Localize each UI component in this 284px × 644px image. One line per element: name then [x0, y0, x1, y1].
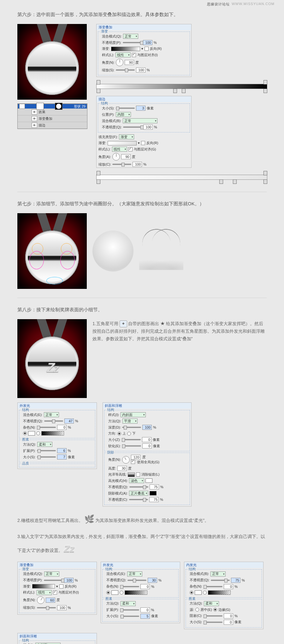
color-radio[interactable] [190, 591, 193, 594]
highlight-opacity-input[interactable]: 75 [150, 484, 159, 489]
visibility-icon[interactable]: 👁 [19, 104, 25, 109]
shadow-opacity-input[interactable]: 75 [149, 497, 159, 502]
style-select[interactable]: 线性▾ [115, 52, 131, 57]
blend-select[interactable]: 正常▾ [210, 571, 226, 577]
color-radio[interactable] [106, 591, 110, 594]
style-select[interactable]: 内斜面▾ [35, 643, 61, 644]
tech-select[interactable]: 平滑▾ [122, 419, 138, 424]
shadow-color[interactable] [150, 491, 157, 495]
angle-dial[interactable] [37, 596, 44, 604]
opacity-slider[interactable] [127, 580, 146, 581]
tech-select[interactable]: 柔和▾ [121, 601, 136, 606]
color-swatch[interactable] [111, 590, 118, 595]
opacity-slider[interactable] [123, 126, 142, 128]
opacity-slider[interactable] [211, 580, 230, 581]
opacity-slider[interactable] [44, 420, 63, 422]
angle-dial[interactable] [112, 153, 120, 161]
gradient-editor-1[interactable] [96, 81, 267, 92]
gradient-radio[interactable] [36, 431, 40, 435]
reverse-checkbox[interactable] [141, 141, 145, 145]
layer-shape29[interactable]: 👁 形状 29 [18, 104, 87, 109]
noise-slider[interactable] [37, 427, 56, 428]
noise-input[interactable]: 0 [57, 425, 67, 430]
fx-header[interactable]: 👁 效果 [18, 109, 87, 115]
scale-input[interactable]: 100 [133, 162, 142, 167]
highlight-color[interactable] [145, 478, 152, 483]
gradient-swatch[interactable] [41, 431, 64, 436]
style-select[interactable]: 内斜面▾ [121, 412, 146, 417]
spread-input[interactable]: 0 [140, 607, 150, 612]
align-checkbox[interactable] [128, 147, 133, 151]
global-light-checkbox[interactable] [131, 460, 135, 464]
shadow-mode-select[interactable]: 正片叠底▾ [129, 491, 148, 496]
position-select[interactable]: 内部▾ [116, 112, 131, 117]
opacity-slider[interactable] [123, 42, 142, 43]
noise-input[interactable]: 0 [140, 584, 150, 589]
style-select[interactable]: 线性▾ [37, 590, 52, 595]
opacity-input[interactable]: 30 [148, 578, 157, 583]
src-center-radio[interactable] [195, 608, 199, 612]
choke-slider[interactable] [204, 615, 222, 617]
color-radio[interactable] [23, 431, 27, 435]
soft-input[interactable]: 0 [142, 443, 152, 448]
noise-slider[interactable] [120, 586, 139, 587]
size-input[interactable]: 7 [57, 454, 67, 460]
color-swatch[interactable] [28, 431, 35, 436]
spread-slider[interactable] [37, 450, 56, 451]
custom-shape-tool-icon[interactable]: ✦ [120, 320, 127, 327]
gradient-radio[interactable] [203, 591, 207, 594]
size-slider[interactable] [122, 439, 141, 440]
scale-input[interactable]: 100 [57, 605, 67, 610]
color-swatch[interactable] [195, 590, 202, 595]
choke-input[interactable]: 0 [224, 613, 233, 618]
gradient-radio[interactable] [120, 591, 123, 594]
depth-input[interactable]: 100 [142, 425, 152, 430]
size-input[interactable]: 5 [140, 614, 150, 619]
scale-input[interactable]: 100 [136, 67, 145, 73]
blend-select[interactable]: 正常▾ [44, 412, 59, 417]
scale-slider[interactable] [112, 164, 131, 165]
dir-up-radio[interactable] [117, 432, 121, 436]
altitude-input[interactable]: 30 [117, 466, 127, 471]
gradient-swatch[interactable] [32, 584, 55, 588]
shadow-opacity-slider[interactable] [129, 499, 148, 500]
antialias-checkbox[interactable] [136, 472, 140, 477]
blend-mode-select[interactable]: 正常▾ [123, 34, 138, 39]
depth-slider[interactable] [122, 427, 141, 428]
angle-dial[interactable] [116, 59, 123, 66]
size-slider[interactable] [204, 622, 222, 623]
blend-select[interactable]: 正常▾ [44, 571, 59, 577]
gradient-editor-2[interactable] [96, 172, 267, 183]
reverse-checkbox[interactable] [59, 584, 63, 588]
gradient-swatch[interactable] [208, 590, 231, 595]
visibility-icon[interactable]: 👁 [32, 109, 37, 114]
opacity-input[interactable]: 75 [231, 578, 240, 583]
size-input[interactable]: 0 [224, 620, 233, 625]
angle-dial[interactable] [122, 456, 130, 464]
align-checkbox[interactable] [53, 590, 57, 594]
scale-slider[interactable] [116, 69, 135, 71]
opacity-input[interactable]: 100 [143, 40, 152, 45]
visibility-icon[interactable]: 👁 [32, 123, 37, 128]
blend-select[interactable]: 正常▾ [127, 571, 142, 577]
dir-down-radio[interactable] [127, 432, 131, 436]
opacity-input[interactable]: 47 [64, 419, 74, 424]
fill-type-select[interactable]: 渐变▾ [119, 134, 134, 139]
size-input[interactable]: 0 [142, 437, 151, 442]
highlight-mode-select[interactable]: 滤色▾ [129, 478, 144, 483]
spread-input[interactable]: 6 [57, 448, 67, 453]
angle-input[interactable]: 90 [121, 154, 131, 159]
scale-slider[interactable] [37, 607, 56, 608]
stroke-gradient-swatch[interactable] [108, 141, 137, 145]
style-select[interactable]: 线性▾ [112, 147, 127, 152]
angle-input[interactable]: 90 [125, 60, 134, 65]
tech-select[interactable]: 柔和▾ [204, 601, 219, 606]
size-slider[interactable] [37, 456, 56, 458]
gradient-swatch[interactable] [125, 590, 147, 595]
soft-slider[interactable] [122, 445, 141, 447]
opacity-input[interactable]: 100 [143, 125, 153, 130]
size-slider[interactable] [116, 108, 135, 109]
size-input[interactable]: 3 [136, 106, 145, 111]
noise-slider[interactable] [204, 586, 222, 587]
tech-select[interactable]: 柔和▾ [37, 442, 52, 447]
